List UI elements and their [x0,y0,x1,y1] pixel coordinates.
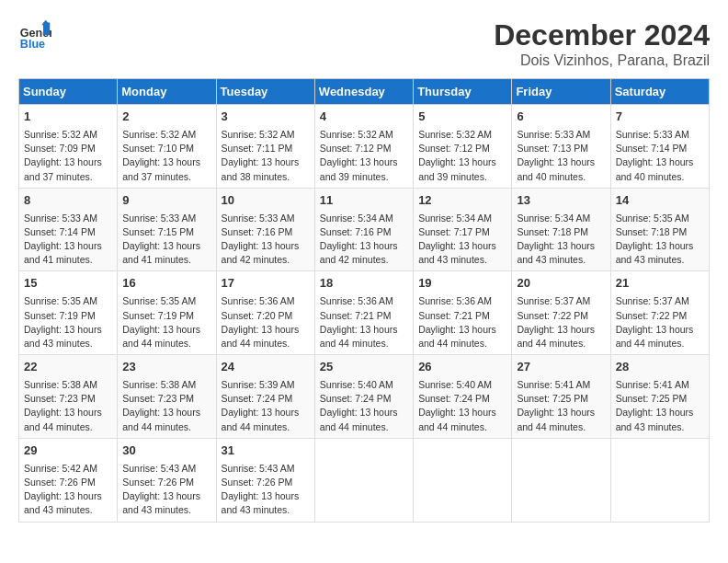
day-number: 27 [517,359,605,376]
daylight-label: Daylight: 13 hours and 44 minutes. [517,324,595,349]
day-number: 23 [122,359,210,376]
daylight-label: Daylight: 13 hours and 42 minutes. [320,240,398,265]
sunrise-label: Sunrise: 5:34 AM [517,213,590,224]
cell-content: 2 Sunrise: 5:32 AM Sunset: 7:10 PM Dayli… [122,109,210,184]
cell-content: 25 Sunrise: 5:40 AM Sunset: 7:24 PM Dayl… [320,359,408,434]
daylight-label: Daylight: 13 hours and 43 minutes. [24,324,102,349]
day-number: 16 [122,275,210,293]
cell-content: 31 Sunrise: 5:43 AM Sunset: 7:26 PM Dayl… [222,442,310,518]
calendar-cell: 1 Sunrise: 5:32 AM Sunset: 7:09 PM Dayli… [19,105,118,189]
cell-content: 21 Sunrise: 5:37 AM Sunset: 7:22 PM Dayl… [616,275,704,350]
daylight-label: Daylight: 13 hours and 43 minutes. [517,240,595,265]
sunrise-label: Sunrise: 5:33 AM [616,129,689,140]
header-sunday: Sunday [19,79,118,105]
daylight-label: Daylight: 13 hours and 44 minutes. [616,324,694,349]
sunrise-label: Sunrise: 5:40 AM [418,379,492,390]
sunset-label: Sunset: 7:19 PM [122,310,194,321]
sunrise-label: Sunrise: 5:33 AM [24,213,97,224]
day-number: 28 [616,359,704,376]
sunrise-label: Sunrise: 5:42 AM [24,463,97,474]
calendar-week-row: 8 Sunrise: 5:33 AM Sunset: 7:14 PM Dayli… [19,188,710,271]
cell-content: 28 Sunrise: 5:41 AM Sunset: 7:25 PM Dayl… [616,359,704,434]
day-number: 25 [320,359,408,376]
calendar-cell [314,438,413,522]
daylight-label: Daylight: 13 hours and 43 minutes. [122,490,200,515]
sunset-label: Sunset: 7:24 PM [222,393,293,404]
cell-content: 5 Sunrise: 5:32 AM Sunset: 7:12 PM Dayli… [418,109,506,184]
sunset-label: Sunset: 7:15 PM [122,226,194,237]
cell-content: 24 Sunrise: 5:39 AM Sunset: 7:24 PM Dayl… [222,359,310,434]
day-number: 5 [418,109,506,126]
daylight-label: Daylight: 13 hours and 44 minutes. [320,324,398,349]
sunset-label: Sunset: 7:26 PM [222,477,293,488]
day-number: 22 [24,359,112,376]
sunset-label: Sunset: 7:12 PM [320,143,392,154]
cell-content: 12 Sunrise: 5:34 AM Sunset: 7:17 PM Dayl… [418,192,506,268]
sunset-label: Sunset: 7:21 PM [320,310,392,321]
header-saturday: Saturday [610,79,709,105]
cell-content: 27 Sunrise: 5:41 AM Sunset: 7:25 PM Dayl… [517,359,605,434]
calendar-cell: 15 Sunrise: 5:35 AM Sunset: 7:19 PM Dayl… [19,271,118,355]
calendar-cell: 20 Sunrise: 5:37 AM Sunset: 7:22 PM Dayl… [512,271,610,355]
calendar-cell: 6 Sunrise: 5:33 AM Sunset: 7:13 PM Dayli… [512,105,610,189]
header-wednesday: Wednesday [314,79,413,105]
sunset-label: Sunset: 7:26 PM [24,477,96,488]
cell-content: 19 Sunrise: 5:36 AM Sunset: 7:21 PM Dayl… [418,275,506,350]
day-number: 9 [122,192,210,210]
day-number: 13 [517,192,605,210]
sunrise-label: Sunrise: 5:34 AM [418,213,492,224]
header-tuesday: Tuesday [216,79,314,105]
sunset-label: Sunset: 7:09 PM [24,143,96,154]
logo-icon: General Blue [18,18,51,52]
sunset-label: Sunset: 7:24 PM [320,393,392,404]
cell-content: 3 Sunrise: 5:32 AM Sunset: 7:11 PM Dayli… [222,109,310,184]
daylight-label: Daylight: 13 hours and 38 minutes. [222,156,300,181]
daylight-label: Daylight: 13 hours and 43 minutes. [24,490,102,515]
sunrise-label: Sunrise: 5:38 AM [122,379,196,390]
daylight-label: Daylight: 13 hours and 44 minutes. [222,324,300,349]
cell-content: 26 Sunrise: 5:40 AM Sunset: 7:24 PM Dayl… [418,359,506,434]
cell-content: 10 Sunrise: 5:33 AM Sunset: 7:16 PM Dayl… [222,192,310,268]
sunrise-label: Sunrise: 5:33 AM [122,213,196,224]
sunrise-label: Sunrise: 5:39 AM [222,379,295,390]
sunrise-label: Sunrise: 5:36 AM [222,295,295,306]
day-number: 12 [418,192,506,210]
day-number: 8 [24,192,112,210]
calendar-cell: 9 Sunrise: 5:33 AM Sunset: 7:15 PM Dayli… [118,188,216,271]
daylight-label: Daylight: 13 hours and 44 minutes. [418,407,496,431]
sunset-label: Sunset: 7:10 PM [122,143,194,154]
calendar-week-row: 29 Sunrise: 5:42 AM Sunset: 7:26 PM Dayl… [19,438,710,522]
daylight-label: Daylight: 13 hours and 41 minutes. [122,240,200,265]
sunrise-label: Sunrise: 5:43 AM [222,463,295,474]
calendar-cell: 14 Sunrise: 5:35 AM Sunset: 7:18 PM Dayl… [610,188,709,271]
sunset-label: Sunset: 7:11 PM [222,143,293,154]
header-thursday: Thursday [414,79,512,105]
calendar-cell: 21 Sunrise: 5:37 AM Sunset: 7:22 PM Dayl… [610,271,709,355]
day-number: 1 [24,109,112,126]
calendar-cell: 3 Sunrise: 5:32 AM Sunset: 7:11 PM Dayli… [216,105,314,189]
cell-content: 1 Sunrise: 5:32 AM Sunset: 7:09 PM Dayli… [24,109,112,184]
daylight-label: Daylight: 13 hours and 44 minutes. [122,407,200,431]
day-number: 21 [616,275,704,293]
cell-content: 16 Sunrise: 5:35 AM Sunset: 7:19 PM Dayl… [122,275,210,350]
sunrise-label: Sunrise: 5:35 AM [616,213,689,224]
cell-content: 23 Sunrise: 5:38 AM Sunset: 7:23 PM Dayl… [122,359,210,434]
day-number: 2 [122,109,210,126]
calendar-cell: 28 Sunrise: 5:41 AM Sunset: 7:25 PM Dayl… [610,355,709,439]
sunrise-label: Sunrise: 5:40 AM [320,379,393,390]
daylight-label: Daylight: 13 hours and 37 minutes. [24,156,102,181]
location-title: Dois Vizinhos, Parana, Brazil [494,52,710,69]
calendar-cell: 16 Sunrise: 5:35 AM Sunset: 7:19 PM Dayl… [118,271,216,355]
sunset-label: Sunset: 7:16 PM [222,226,293,237]
sunrise-label: Sunrise: 5:32 AM [320,129,393,140]
daylight-label: Daylight: 13 hours and 41 minutes. [24,240,102,265]
sunrise-label: Sunrise: 5:32 AM [122,129,196,140]
daylight-label: Daylight: 13 hours and 42 minutes. [222,240,300,265]
cell-content: 7 Sunrise: 5:33 AM Sunset: 7:14 PM Dayli… [616,109,704,184]
daylight-label: Daylight: 13 hours and 44 minutes. [222,407,300,431]
sunrise-label: Sunrise: 5:34 AM [320,213,393,224]
day-number: 14 [616,192,704,210]
calendar-cell: 2 Sunrise: 5:32 AM Sunset: 7:10 PM Dayli… [118,105,216,189]
day-number: 3 [222,109,310,126]
sunset-label: Sunset: 7:22 PM [616,310,688,321]
